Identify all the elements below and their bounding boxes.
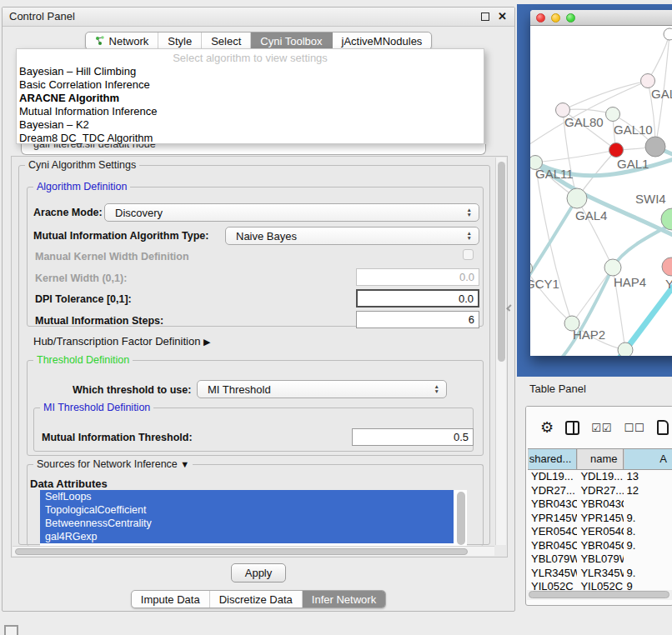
table-header-row: shared...nameA [528, 448, 672, 470]
zoom-traffic-light-icon[interactable] [566, 13, 575, 22]
mi-threshold-field[interactable]: 0.5 [352, 428, 474, 446]
table-cell: YLR345W [528, 567, 577, 581]
minimized-panel-icon[interactable] [4, 625, 18, 635]
algorithm-selector-combo[interactable]: galFiltered.sif default node [21, 144, 486, 155]
algorithm-option[interactable]: Dream8 DC_TDC Algorithm [17, 132, 484, 145]
dpi-tolerance-field[interactable]: 0.0 [356, 289, 479, 308]
network-node[interactable] [661, 208, 672, 230]
attribute-list-item[interactable]: SelfLoops [40, 490, 454, 503]
manual-kernel-width-label: Manual Kernel Width Definition [35, 251, 189, 262]
table-cell: 9. [624, 539, 672, 553]
tab-network[interactable]: Network [86, 32, 159, 49]
mi-steps-field[interactable]: 6 [356, 311, 479, 328]
network-node[interactable] [618, 342, 633, 356]
tab-select[interactable]: Select [202, 32, 251, 49]
table-cell: YBL079W [528, 552, 577, 567]
sources-collapser[interactable]: Sources for Network Inference ▼ [33, 458, 193, 470]
network-node[interactable] [606, 108, 620, 122]
table-horizontal-scrollbar[interactable] [527, 590, 672, 600]
table-cell: YBR043C [528, 498, 577, 512]
network-node[interactable] [662, 258, 672, 276]
which-threshold-select[interactable]: MI Threshold ▲▼ [197, 380, 447, 398]
network-window-titlebar[interactable] [530, 10, 672, 26]
network-view-window: GALGAL80GAL10GAL1GAL11GAL4SWI4GCY1HAP4YH… [530, 10, 672, 356]
hub-definition-expander[interactable]: Hub/Transcription Factor Definition ▶ [33, 335, 210, 348]
group-title: MI Threshold Definition [40, 402, 153, 413]
attribute-list-item[interactable]: gal4RGexp [40, 530, 454, 543]
network-edge[interactable] [572, 268, 613, 323]
mi-algorithm-type-select[interactable]: Naive Bayes ▲▼ [225, 227, 479, 245]
deselect-all-checkboxes-icon[interactable]: ☐☐ [624, 422, 644, 434]
minimize-traffic-light-icon[interactable] [551, 13, 560, 22]
network-node[interactable] [609, 143, 624, 158]
table-row[interactable]: YLR345WYLR345W9. [528, 567, 672, 581]
export-table-icon[interactable] [657, 420, 669, 435]
table-row[interactable]: YBL079WYBL079W [528, 552, 672, 567]
tab-infer-network[interactable]: Infer Network [303, 591, 385, 608]
table-row[interactable]: YER054CYER054C8. [528, 525, 672, 539]
network-node[interactable] [645, 137, 665, 157]
network-edge[interactable] [535, 150, 616, 162]
table-row[interactable]: YIL052CYIL052C9 [528, 580, 672, 590]
network-node[interactable] [641, 74, 655, 88]
group-title: Threshold Definition [33, 354, 133, 366]
algorithm-option[interactable]: Mutual Information Inference [17, 105, 484, 118]
column-header[interactable]: name [577, 449, 623, 469]
algorithm-option[interactable]: ARACNE Algorithm [17, 92, 484, 105]
network-desktop: GALGAL80GAL10GAL1GAL11GAL4SWI4GCY1HAP4YH… [517, 4, 672, 377]
network-edge[interactable] [563, 109, 613, 114]
table-row[interactable]: YDL19...YDL19...13 [528, 470, 672, 484]
list-scrollbar[interactable] [457, 492, 465, 545]
network-edge[interactable] [648, 34, 669, 81]
group-title: Cyni Algorithm Settings [25, 159, 139, 171]
gear-icon[interactable]: ⚙ [540, 420, 554, 435]
algorithm-option[interactable]: Bayesian – Hill Climbing [17, 65, 484, 78]
tab-cyni-toolbox[interactable]: Cyni Toolbox [251, 32, 332, 49]
table-cell [624, 552, 672, 567]
apply-button[interactable]: Apply [231, 563, 287, 582]
network-edge[interactable] [563, 81, 648, 110]
close-icon[interactable]: ✕ [498, 10, 507, 22]
table-cell: 9. [624, 512, 672, 526]
table-cell: YLR345W [577, 567, 623, 581]
table-row[interactable]: YBR045CYBR045C9. [528, 539, 672, 553]
network-edge[interactable] [562, 268, 613, 356]
vertical-scrollbar[interactable] [495, 158, 506, 545]
table-row[interactable]: YBR043CYBR043C [528, 498, 672, 512]
network-node[interactable] [604, 259, 621, 276]
tab-style[interactable]: Style [158, 32, 202, 49]
table-cell: 9. [624, 567, 672, 581]
network-edge[interactable] [530, 81, 648, 147]
attribute-list-item[interactable]: BetweennessCentrality [40, 517, 454, 530]
algorithm-option[interactable]: Bayesian – K2 [17, 118, 484, 132]
network-canvas[interactable]: GALGAL80GAL10GAL1GAL11GAL4SWI4GCY1HAP4YH… [530, 26, 672, 356]
kernel-width-label: Kernel Width (0,1): [35, 272, 127, 284]
horizontal-scrollbar[interactable] [13, 546, 494, 556]
table-row[interactable]: YDR27...YDR27...12 [528, 484, 672, 498]
table-cell: 13 [624, 470, 672, 484]
manual-kernel-width-checkbox[interactable] [463, 249, 474, 260]
table-row[interactable]: YPR145WYPR145W9. [528, 512, 672, 526]
column-header[interactable]: shared... [528, 449, 577, 469]
aracne-mode-select[interactable]: Discovery ▲▼ [104, 203, 479, 222]
columns-icon[interactable] [565, 421, 579, 435]
data-attributes-label: Data Attributes [30, 478, 108, 490]
control-panel-window: Control Panel ✕ NetworkStyleSelectCyni T… [2, 7, 515, 612]
tab-discretize-data[interactable]: Discretize Data [210, 591, 303, 608]
node-table: shared...nameA YDL19...YDL19...13YDR27..… [528, 448, 672, 590]
tab-impute-data[interactable]: Impute Data [132, 591, 210, 608]
tab-jactivemnodules[interactable]: jActiveMNodules [333, 32, 432, 49]
column-header[interactable]: A [624, 449, 672, 469]
algorithm-option[interactable]: Basic Correlation Inference [17, 78, 484, 92]
kernel-width-field[interactable]: 0.0 [356, 268, 479, 286]
close-traffic-light-icon[interactable] [536, 13, 545, 22]
data-attributes-list: SelfLoopsTopologicalCoefficientBetweenne… [40, 490, 467, 547]
float-panel-icon[interactable] [481, 12, 489, 21]
network-node[interactable] [664, 28, 672, 40]
network-node[interactable] [567, 188, 587, 208]
table-cell: YPR145W [528, 512, 577, 526]
select-all-checkboxes-icon[interactable]: ☑☑ [591, 422, 612, 434]
attribute-list-item[interactable]: TopologicalCoefficient [40, 503, 454, 517]
network-edge[interactable] [530, 198, 577, 284]
node-label: GAL4 [575, 208, 607, 222]
